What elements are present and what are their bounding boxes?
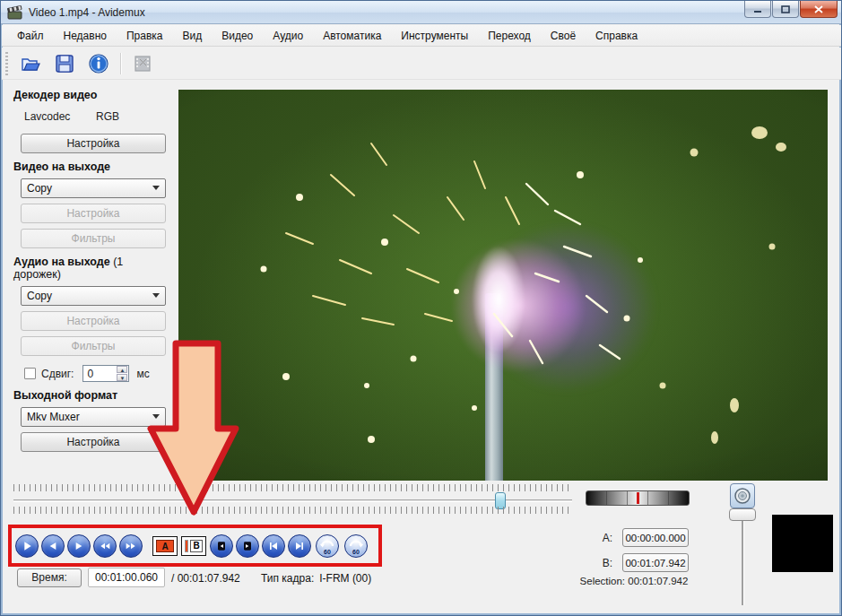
skip-to-start-icon: [266, 539, 281, 553]
video-configure-button[interactable]: Настройка: [21, 204, 166, 223]
sparks-overlay: [178, 90, 828, 481]
info-button[interactable]: [84, 50, 113, 77]
decoder-name: Lavcodec: [24, 110, 96, 123]
audio-filters-button[interactable]: Фильтры: [21, 336, 166, 356]
audio-output-title: Аудио на выходе (1 дорожек): [13, 256, 173, 281]
total-duration: / 00:01:07.942: [171, 572, 240, 585]
next-frame-button[interactable]: [67, 534, 91, 558]
minimize-button[interactable]: [744, 1, 771, 18]
shift-checkbox[interactable]: [24, 368, 36, 379]
info-icon: [88, 53, 109, 74]
volume-track[interactable]: [742, 521, 743, 605]
shift-spinbox[interactable]: 0 ▲ ▼: [82, 365, 129, 382]
timeline-ruler-bottom: [13, 507, 572, 514]
menu-go[interactable]: Переход: [478, 27, 541, 45]
output-format-title: Выходной формат: [13, 389, 173, 402]
avidemux-window: Video 1.mp4 - Avidemux Файл Недавно Прав…: [0, 0, 842, 616]
double-arrow-right-icon: [124, 539, 138, 553]
menu-audio[interactable]: Аудио: [263, 27, 313, 45]
marker-a-time[interactable]: 00:00:00.000: [622, 528, 689, 547]
previous-frame-button[interactable]: [41, 534, 65, 558]
save-button[interactable]: [50, 50, 79, 77]
close-button[interactable]: [800, 1, 838, 18]
previous-black-frame-button[interactable]: [210, 534, 233, 558]
decoder-configure-button[interactable]: Настройка: [21, 134, 166, 153]
shuttle-center-mark: [637, 492, 639, 504]
output-format-select[interactable]: Mkv Muxer: [21, 407, 166, 427]
marker-b-time[interactable]: 00:01:07.942: [622, 553, 689, 572]
first-frame-button[interactable]: [262, 534, 285, 558]
main-toolbar: [2, 48, 841, 80]
audio-configure-button[interactable]: Настройка: [21, 311, 166, 331]
close-icon: [814, 5, 823, 13]
audio-output-selected: Copy: [27, 290, 52, 302]
marker-b-label: B:: [593, 557, 612, 569]
set-marker-b-button[interactable]: B: [181, 536, 206, 556]
video-output-select[interactable]: Copy: [21, 178, 166, 198]
play-button[interactable]: [15, 534, 39, 558]
decoder-colorspace: RGB: [96, 110, 168, 123]
chevron-down-icon: [152, 293, 160, 298]
chevron-down-icon: [152, 186, 160, 190]
menu-recent[interactable]: Недавно: [54, 27, 117, 45]
output-format-selected: Mkv Muxer: [27, 411, 80, 423]
set-marker-a-button[interactable]: A: [152, 536, 178, 556]
menu-edit[interactable]: Правка: [117, 27, 173, 45]
menu-video[interactable]: Видео: [212, 27, 263, 45]
mute-button[interactable]: [730, 483, 755, 508]
spin-down-icon[interactable]: ▼: [117, 374, 127, 381]
marker-b-bar: [185, 540, 188, 552]
back-one-minute-button[interactable]: 60: [316, 534, 339, 558]
timeline-track[interactable]: [13, 499, 572, 502]
timeline-ruler-top: [13, 484, 572, 491]
save-icon: [55, 54, 74, 74]
menu-help[interactable]: Справка: [586, 27, 647, 45]
double-arrow-left-icon: [98, 539, 112, 553]
video-properties-icon: [133, 54, 152, 74]
menu-auto[interactable]: Автоматика: [313, 27, 391, 45]
menu-custom[interactable]: Своё: [541, 27, 586, 45]
arrow-right-icon: [72, 539, 86, 553]
app-icon: [7, 5, 23, 20]
toolbar-drag-handle[interactable]: [5, 52, 8, 75]
time-button[interactable]: Время:: [17, 568, 82, 587]
properties-sidebar: Декодер видео Lavcodec RGB Настройка Вид…: [10, 82, 173, 457]
video-decoder-title: Декодер видео: [13, 89, 173, 101]
next-keyframe-button[interactable]: [119, 534, 143, 558]
muxer-configure-button[interactable]: Настройка: [21, 432, 166, 452]
menu-file[interactable]: Файл: [7, 27, 54, 45]
marker-a-label: A:: [593, 532, 612, 544]
shift-label: Сдвиг:: [41, 368, 74, 380]
marker-a-icon: A: [156, 540, 174, 552]
audio-shift-row: Сдвиг: 0 ▲ ▼ мс: [24, 365, 173, 382]
speaker-icon: [733, 487, 751, 505]
menu-view[interactable]: Вид: [173, 27, 213, 45]
menu-tools[interactable]: Инструменты: [391, 27, 478, 45]
toolbar-separator: [120, 53, 121, 74]
video-output-title: Видео на выходе: [13, 161, 173, 173]
frame-type-value: I-FRM (00): [319, 572, 371, 585]
sixty-label: 60: [345, 549, 367, 555]
next-black-frame-button[interactable]: [236, 534, 259, 558]
open-file-icon: [20, 54, 41, 74]
video-properties-button[interactable]: [128, 50, 157, 77]
skip-to-end-icon: [292, 539, 307, 553]
sixty-label: 60: [317, 549, 338, 555]
black-frame-right-icon: [240, 539, 255, 553]
audio-output-select[interactable]: Copy: [21, 286, 166, 306]
previous-keyframe-button[interactable]: [93, 534, 117, 558]
shift-unit: мс: [136, 368, 149, 380]
video-filters-button[interactable]: Фильтры: [21, 229, 166, 248]
window-title: Video 1.mp4 - Avidemux: [29, 6, 145, 19]
spin-up-icon[interactable]: ▲: [117, 366, 127, 373]
open-file-button[interactable]: [16, 50, 45, 77]
volume-slider-handle[interactable]: [729, 508, 756, 521]
maximize-button[interactable]: [772, 1, 799, 18]
current-time-field[interactable]: 00:01:00.060: [88, 568, 165, 587]
minimize-icon: [753, 5, 762, 13]
forward-one-minute-button[interactable]: 60: [344, 534, 368, 558]
last-frame-button[interactable]: [288, 534, 311, 558]
vu-meter-display: [772, 515, 833, 572]
play-icon: [20, 539, 34, 553]
shuttle-slider[interactable]: [586, 490, 690, 506]
